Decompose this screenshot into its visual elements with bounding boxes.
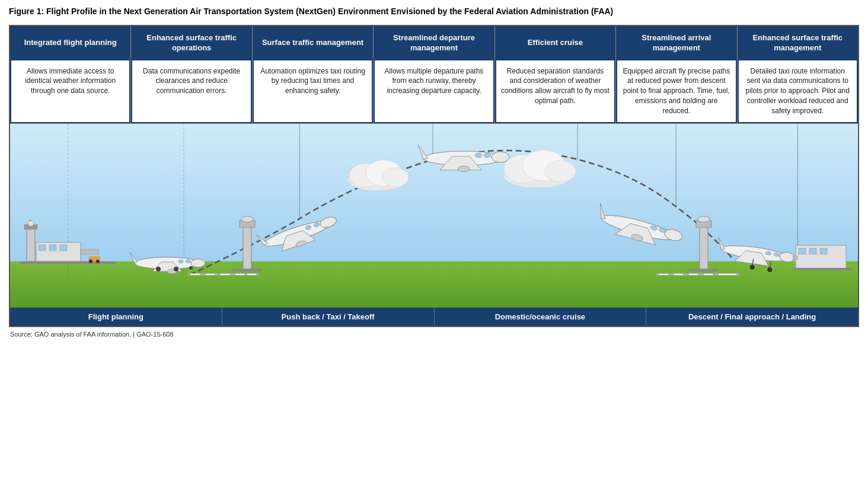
svg-rect-96 [727,274,736,275]
card-4-header: Streamlined departure management [374,26,494,60]
cloud-1-icon [342,156,413,192]
card-efficient-cruise: Efficient cruise Reduced separation stan… [495,26,616,123]
svg-line-76 [770,261,771,268]
departure-airport-icon [21,220,116,273]
svg-rect-14 [49,245,56,251]
svg-rect-83 [793,268,852,270]
svg-rect-86 [206,274,215,275]
taxi-aircraft-icon [126,245,209,275]
card-enhanced-surface-traffic-mgmt: Enhanced surface traffic management Deta… [738,26,858,123]
card-1-body: Allows immediate access to identical wea… [10,60,130,123]
svg-point-20 [96,260,100,263]
svg-point-25 [186,260,190,263]
svg-point-28 [156,267,161,271]
svg-rect-82 [793,256,797,260]
svg-point-46 [484,153,491,158]
card-4-body: Allows multiple departure paths from eac… [374,60,494,123]
svg-point-75 [749,264,755,270]
svg-rect-81 [820,248,827,254]
svg-rect-16 [81,249,98,254]
phase-domestic-oceanic-cruise: Domestic/oceanic cruise [435,308,647,326]
svg-marker-44 [418,145,428,159]
cards-row: Integrated flight planning Allows immedi… [10,26,858,124]
card-5-body: Reduced separation standards and conside… [495,60,615,123]
card-streamlined-departure: Streamlined departure management Allows … [374,26,494,123]
card-streamlined-arrival: Streamlined arrival management Equipped … [616,26,737,123]
svg-rect-34 [232,269,262,271]
figure-title: Figure 1: Flight Profile in the Next Gen… [9,6,859,18]
svg-rect-88 [235,274,244,275]
svg-rect-95 [719,274,727,275]
svg-rect-91 [659,274,668,275]
cloud-2-icon [496,148,579,189]
svg-rect-89 [247,274,256,275]
source-line: Source: GAO analysis of FAA information.… [9,331,859,338]
svg-marker-23 [130,252,138,263]
svg-rect-17 [21,261,116,264]
svg-line-10 [24,220,31,220]
card-6-header: Streamlined arrival management [616,26,736,60]
svg-point-26 [178,260,183,263]
svg-rect-15 [60,245,67,251]
card-integrated-flight-planning: Integrated flight planning Allows immedi… [10,26,131,123]
phase-descent-landing: Descent / Final approach / Landing [646,308,858,326]
svg-rect-94 [704,274,713,275]
svg-point-56 [545,161,576,182]
svg-point-9 [28,220,34,226]
svg-rect-80 [809,248,816,254]
card-7-header: Enhanced surface traffic management [738,26,858,60]
svg-rect-64 [700,222,708,269]
runway-markings [188,272,259,277]
svg-point-52 [382,168,409,187]
svg-rect-67 [689,269,719,271]
svg-rect-85 [191,274,200,275]
svg-rect-92 [674,274,683,275]
arrival-airport-icon [793,228,852,275]
svg-point-66 [698,216,710,222]
phase-bar: Flight planning Push back / Taxi / Takeo… [10,308,858,326]
svg-rect-79 [799,248,806,254]
arrival-runway-markings [656,272,739,277]
main-figure: Integrated flight planning Allows immedi… [9,25,859,327]
card-6-body: Equipped aircraft fly precise paths at r… [616,60,736,123]
svg-rect-93 [689,274,698,275]
svg-point-22 [191,259,205,267]
phase-pushback-taxi-takeoff: Push back / Taxi / Takeoff [222,308,435,326]
card-2-body: Data communications expedite clearances … [131,60,251,123]
svg-point-29 [174,267,178,271]
svg-marker-37 [256,232,268,247]
card-5-header: Efficient cruise [495,26,615,60]
svg-rect-7 [27,226,35,261]
svg-point-19 [89,260,92,263]
card-enhanced-surface-traffic-ops: Enhanced surface traffic operations Data… [131,26,252,123]
svg-rect-87 [221,274,229,275]
svg-point-48 [458,166,470,172]
card-3-body: Automation optimizes taxi routing by red… [253,60,373,123]
phase-flight-planning: Flight planning [10,308,222,326]
card-2-header: Enhanced surface traffic operations [131,26,251,60]
card-surface-traffic-mgmt: Surface traffic management Automation op… [253,26,374,123]
svg-point-47 [475,153,482,158]
svg-point-30 [189,266,193,270]
svg-rect-13 [39,245,46,251]
card-1-header: Integrated flight planning [10,26,130,60]
svg-point-77 [767,267,773,272]
card-3-header: Surface traffic management [253,26,373,60]
card-7-body: Detailed taxi route information sent via… [738,60,858,123]
flight-diagram [10,124,858,308]
